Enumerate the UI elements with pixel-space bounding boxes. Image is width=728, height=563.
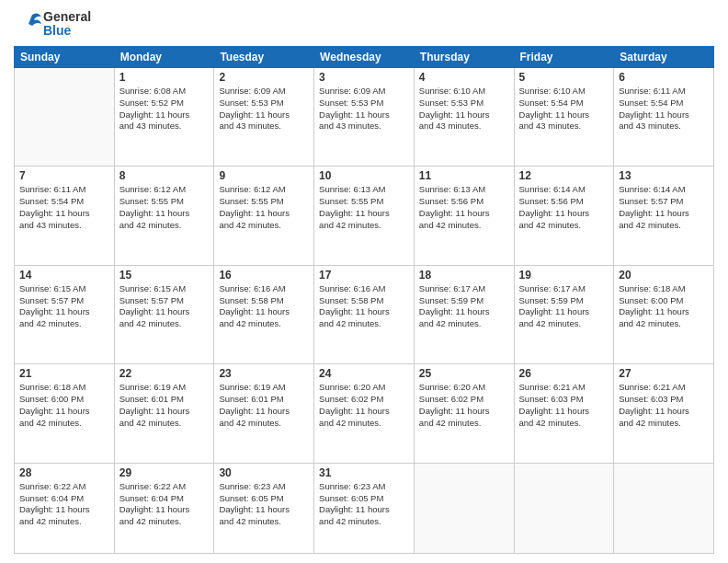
calendar-cell: 18Sunrise: 6:17 AMSunset: 5:59 PMDayligh…	[414, 265, 514, 363]
calendar-cell	[514, 463, 614, 553]
day-number: 14	[19, 269, 109, 282]
day-number: 21	[19, 367, 109, 380]
day-number: 2	[219, 71, 309, 84]
cell-info: Sunrise: 6:21 AMSunset: 6:03 PMDaylight:…	[619, 382, 709, 429]
calendar-cell	[414, 463, 514, 553]
day-number: 7	[19, 169, 109, 182]
cell-info: Sunrise: 6:16 AMSunset: 5:58 PMDaylight:…	[219, 283, 309, 330]
calendar-cell: 25Sunrise: 6:20 AMSunset: 6:02 PMDayligh…	[414, 364, 514, 463]
calendar-week-2: 7Sunrise: 6:11 AMSunset: 5:54 PMDaylight…	[15, 167, 714, 265]
cell-info: Sunrise: 6:09 AMSunset: 5:53 PMDaylight:…	[219, 86, 309, 132]
calendar-cell: 3Sunrise: 6:09 AMSunset: 5:53 PMDaylight…	[314, 68, 415, 167]
calendar-cell: 19Sunrise: 6:17 AMSunset: 5:59 PMDayligh…	[514, 265, 614, 363]
cell-info: Sunrise: 6:09 AMSunset: 5:53 PMDaylight:…	[319, 86, 409, 132]
calendar-cell: 28Sunrise: 6:22 AMSunset: 6:04 PMDayligh…	[15, 463, 115, 553]
cell-info: Sunrise: 6:23 AMSunset: 6:05 PMDaylight:…	[219, 481, 309, 528]
day-number: 20	[619, 269, 709, 282]
cell-info: Sunrise: 6:14 AMSunset: 5:57 PMDaylight:…	[619, 184, 709, 231]
calendar-cell: 2Sunrise: 6:09 AMSunset: 5:53 PMDaylight…	[214, 68, 314, 167]
calendar-cell: 27Sunrise: 6:21 AMSunset: 6:03 PMDayligh…	[614, 364, 714, 463]
cell-info: Sunrise: 6:12 AMSunset: 5:55 PMDaylight:…	[219, 184, 309, 231]
weekday-header-sunday: Sunday	[15, 47, 115, 68]
cell-info: Sunrise: 6:19 AMSunset: 6:01 PMDaylight:…	[119, 382, 210, 429]
day-number: 31	[319, 466, 409, 479]
weekday-header-monday: Monday	[114, 47, 214, 68]
weekday-header-tuesday: Tuesday	[214, 47, 314, 68]
cell-info: Sunrise: 6:13 AMSunset: 5:56 PMDaylight:…	[419, 184, 509, 231]
day-number: 11	[419, 169, 509, 182]
cell-info: Sunrise: 6:19 AMSunset: 6:01 PMDaylight:…	[219, 382, 309, 429]
cell-info: Sunrise: 6:15 AMSunset: 5:57 PMDaylight:…	[19, 283, 109, 330]
logo-bird-icon	[14, 9, 43, 39]
cell-info: Sunrise: 6:11 AMSunset: 5:54 PMDaylight:…	[619, 86, 709, 132]
day-number: 23	[219, 367, 309, 380]
cell-info: Sunrise: 6:14 AMSunset: 5:56 PMDaylight:…	[519, 184, 609, 231]
calendar-cell: 6Sunrise: 6:11 AMSunset: 5:54 PMDaylight…	[614, 68, 714, 167]
day-number: 1	[119, 71, 210, 84]
cell-info: Sunrise: 6:20 AMSunset: 6:02 PMDaylight:…	[319, 382, 409, 429]
calendar-cell: 5Sunrise: 6:10 AMSunset: 5:54 PMDaylight…	[514, 68, 614, 167]
day-number: 19	[519, 269, 609, 282]
calendar-week-4: 21Sunrise: 6:18 AMSunset: 6:00 PMDayligh…	[15, 364, 714, 463]
calendar-cell: 23Sunrise: 6:19 AMSunset: 6:01 PMDayligh…	[214, 364, 314, 463]
calendar-cell: 30Sunrise: 6:23 AMSunset: 6:05 PMDayligh…	[214, 463, 314, 553]
cell-info: Sunrise: 6:15 AMSunset: 5:57 PMDaylight:…	[119, 283, 210, 330]
calendar-table: SundayMondayTuesdayWednesdayThursdayFrid…	[14, 46, 714, 554]
cell-info: Sunrise: 6:10 AMSunset: 5:54 PMDaylight:…	[519, 86, 609, 132]
day-number: 26	[519, 367, 609, 380]
day-number: 28	[19, 466, 109, 479]
header: General Blue	[14, 9, 714, 39]
page: General Blue SundayMondayTuesdayWednesda…	[0, 0, 728, 563]
day-number: 9	[219, 169, 309, 182]
day-number: 29	[119, 466, 210, 479]
cell-info: Sunrise: 6:23 AMSunset: 6:05 PMDaylight:…	[319, 481, 409, 528]
day-number: 15	[119, 269, 210, 282]
day-number: 22	[119, 367, 210, 380]
logo: General Blue	[14, 9, 91, 39]
cell-info: Sunrise: 6:10 AMSunset: 5:53 PMDaylight:…	[419, 86, 509, 132]
calendar-cell: 17Sunrise: 6:16 AMSunset: 5:58 PMDayligh…	[314, 265, 415, 363]
day-number: 24	[319, 367, 409, 380]
calendar-week-5: 28Sunrise: 6:22 AMSunset: 6:04 PMDayligh…	[15, 463, 714, 553]
calendar-cell: 29Sunrise: 6:22 AMSunset: 6:04 PMDayligh…	[114, 463, 214, 553]
day-number: 10	[319, 169, 409, 182]
calendar-cell: 26Sunrise: 6:21 AMSunset: 6:03 PMDayligh…	[514, 364, 614, 463]
weekday-header-thursday: Thursday	[414, 47, 514, 68]
cell-info: Sunrise: 6:18 AMSunset: 6:00 PMDaylight:…	[19, 382, 109, 429]
cell-info: Sunrise: 6:20 AMSunset: 6:02 PMDaylight:…	[419, 382, 509, 429]
calendar-cell: 13Sunrise: 6:14 AMSunset: 5:57 PMDayligh…	[614, 167, 714, 265]
calendar-cell: 4Sunrise: 6:10 AMSunset: 5:53 PMDaylight…	[414, 68, 514, 167]
calendar-week-3: 14Sunrise: 6:15 AMSunset: 5:57 PMDayligh…	[15, 265, 714, 363]
day-number: 27	[619, 367, 709, 380]
calendar-cell: 7Sunrise: 6:11 AMSunset: 5:54 PMDaylight…	[15, 167, 115, 265]
cell-info: Sunrise: 6:11 AMSunset: 5:54 PMDaylight:…	[19, 184, 109, 231]
calendar-cell: 31Sunrise: 6:23 AMSunset: 6:05 PMDayligh…	[314, 463, 415, 553]
calendar-cell	[614, 463, 714, 553]
calendar-cell: 14Sunrise: 6:15 AMSunset: 5:57 PMDayligh…	[15, 265, 115, 363]
calendar-cell: 8Sunrise: 6:12 AMSunset: 5:55 PMDaylight…	[114, 167, 214, 265]
weekday-header-friday: Friday	[514, 47, 614, 68]
day-number: 17	[319, 269, 409, 282]
calendar-body: 1Sunrise: 6:08 AMSunset: 5:52 PMDaylight…	[15, 68, 714, 554]
cell-info: Sunrise: 6:13 AMSunset: 5:55 PMDaylight:…	[319, 184, 409, 231]
calendar-cell: 15Sunrise: 6:15 AMSunset: 5:57 PMDayligh…	[114, 265, 214, 363]
cell-info: Sunrise: 6:22 AMSunset: 6:04 PMDaylight:…	[19, 481, 109, 528]
calendar-cell: 20Sunrise: 6:18 AMSunset: 6:00 PMDayligh…	[614, 265, 714, 363]
calendar-cell: 10Sunrise: 6:13 AMSunset: 5:55 PMDayligh…	[314, 167, 415, 265]
calendar-cell	[15, 68, 115, 167]
day-number: 3	[319, 71, 409, 84]
day-number: 8	[119, 169, 210, 182]
cell-info: Sunrise: 6:17 AMSunset: 5:59 PMDaylight:…	[519, 283, 609, 330]
weekday-header-row: SundayMondayTuesdayWednesdayThursdayFrid…	[15, 47, 714, 68]
calendar-cell: 22Sunrise: 6:19 AMSunset: 6:01 PMDayligh…	[114, 364, 214, 463]
cell-info: Sunrise: 6:08 AMSunset: 5:52 PMDaylight:…	[119, 86, 210, 132]
calendar-week-1: 1Sunrise: 6:08 AMSunset: 5:52 PMDaylight…	[15, 68, 714, 167]
calendar-cell: 9Sunrise: 6:12 AMSunset: 5:55 PMDaylight…	[214, 167, 314, 265]
day-number: 6	[619, 71, 709, 84]
cell-info: Sunrise: 6:12 AMSunset: 5:55 PMDaylight:…	[119, 184, 210, 231]
calendar-cell: 16Sunrise: 6:16 AMSunset: 5:58 PMDayligh…	[214, 265, 314, 363]
calendar-cell: 12Sunrise: 6:14 AMSunset: 5:56 PMDayligh…	[514, 167, 614, 265]
cell-info: Sunrise: 6:17 AMSunset: 5:59 PMDaylight:…	[419, 283, 509, 330]
cell-info: Sunrise: 6:16 AMSunset: 5:58 PMDaylight:…	[319, 283, 409, 330]
calendar-cell: 21Sunrise: 6:18 AMSunset: 6:00 PMDayligh…	[15, 364, 115, 463]
